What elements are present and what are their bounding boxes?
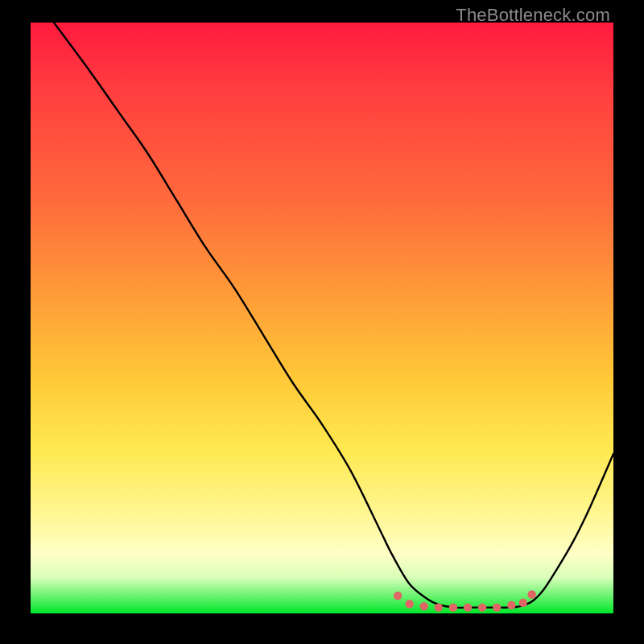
marker-dot	[394, 592, 402, 600]
marker-dot	[435, 603, 443, 611]
chart-frame: TheBottleneck.com	[0, 0, 644, 644]
bottleneck-curve	[54, 23, 613, 608]
marker-dot	[405, 600, 413, 608]
highlighted-range-markers	[394, 590, 536, 612]
marker-dot	[493, 603, 501, 611]
plot-area	[31, 23, 613, 613]
marker-dot	[519, 599, 527, 607]
curve-layer	[31, 23, 613, 613]
marker-dot	[464, 603, 472, 611]
marker-dot	[420, 602, 428, 610]
marker-dot	[527, 590, 535, 598]
marker-dot	[507, 601, 515, 609]
marker-dot	[449, 603, 457, 611]
marker-dot	[478, 603, 486, 611]
